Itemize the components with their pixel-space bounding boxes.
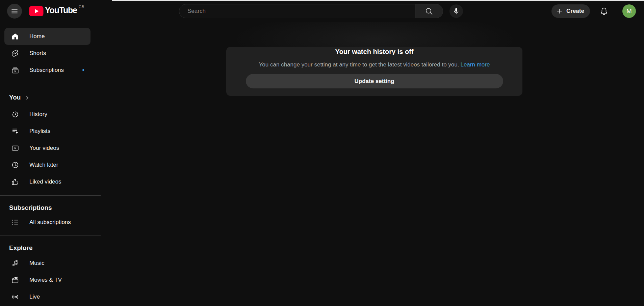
chevron-right-icon — [24, 94, 30, 101]
sidebar-item-label: All subscriptions — [29, 219, 71, 226]
youtube-logo[interactable]: YouTube GB — [29, 5, 84, 16]
plus-icon — [556, 7, 563, 15]
sidebar-item-liked-videos[interactable]: Liked videos — [4, 173, 91, 190]
explore-section-label: Explore — [9, 244, 33, 252]
playlists-icon — [11, 127, 19, 135]
history-icon — [11, 110, 19, 118]
sidebar-item-shorts[interactable]: Shorts — [4, 45, 91, 62]
sidebar-item-label: Your videos — [29, 145, 59, 151]
sidebar-item-label: Movies & TV — [29, 277, 62, 283]
country-code-badge: GB — [79, 5, 84, 9]
sidebar-item-label: Subscriptions — [29, 67, 64, 74]
card-description: You can change your setting at any time … — [226, 61, 522, 68]
sidebar-item-label: Home — [29, 33, 45, 40]
search-field — [179, 4, 415, 18]
explore-section-header: Explore — [0, 244, 101, 252]
sidebar-item-movies-tv[interactable]: Movies & TV — [4, 272, 91, 288]
sidebar-item-label: Live — [29, 294, 40, 300]
bell-icon — [599, 7, 609, 16]
card-description-text: You can change your setting at any time … — [259, 61, 459, 68]
sidebar-divider — [0, 195, 101, 196]
hamburger-menu-button[interactable] — [7, 4, 22, 19]
mic-icon — [452, 7, 460, 15]
sidebar-item-your-videos[interactable]: Your videos — [4, 140, 91, 157]
sidebar-item-label: Liked videos — [29, 178, 61, 185]
sidebar-item-all-subscriptions[interactable]: All subscriptions — [4, 214, 91, 231]
subscriptions-section-label: Subscriptions — [9, 204, 52, 212]
sidebar-divider — [0, 235, 101, 235]
sidebar-item-playlists[interactable]: Playlists — [4, 123, 91, 140]
subscriptions-icon — [11, 66, 19, 74]
update-setting-button[interactable]: Update setting — [246, 74, 503, 88]
sidebar-item-watch-later[interactable]: Watch later — [4, 157, 91, 173]
sidebar-item-music[interactable]: Music — [4, 255, 91, 272]
watch-later-icon — [11, 161, 19, 169]
movies-icon — [11, 276, 19, 284]
all-subscriptions-icon — [11, 218, 19, 226]
avatar-letter: M — [626, 7, 632, 15]
search-icon — [425, 7, 433, 16]
you-section-label: You — [9, 94, 21, 101]
topbar: YouTube GB Create — [0, 0, 644, 22]
logo-wordmark: YouTube — [45, 5, 77, 16]
liked-videos-icon — [11, 178, 19, 186]
sidebar-divider — [4, 84, 96, 84]
learn-more-link[interactable]: Learn more — [460, 61, 490, 68]
search-bar — [179, 4, 443, 18]
shorts-icon — [11, 49, 19, 57]
subscriptions-section-header: Subscriptions — [0, 203, 101, 212]
your-videos-icon — [11, 144, 19, 152]
live-icon — [11, 293, 19, 301]
youtube-play-icon — [29, 6, 44, 16]
watch-history-card: Your watch history is off You can change… — [226, 47, 522, 96]
sidebar-item-subscriptions[interactable]: Subscriptions — [4, 62, 91, 79]
card-title: Your watch history is off — [226, 48, 522, 55]
search-input[interactable] — [187, 8, 404, 15]
sidebar: Home Shorts Subscriptions You — [0, 22, 101, 306]
sidebar-item-label: Watch later — [29, 162, 58, 168]
voice-search-button[interactable] — [449, 4, 463, 18]
menu-icon — [10, 7, 19, 16]
sidebar-item-label: Playlists — [29, 128, 50, 135]
sidebar-item-label: Shorts — [29, 50, 46, 57]
new-content-dot — [82, 69, 84, 71]
sidebar-item-label: Music — [29, 260, 44, 267]
create-button[interactable]: Create — [551, 4, 590, 18]
home-icon — [11, 32, 19, 40]
create-label: Create — [566, 8, 584, 15]
sidebar-item-live[interactable]: Live — [4, 288, 91, 305]
notifications-button[interactable] — [597, 4, 611, 18]
search-button[interactable] — [415, 4, 443, 18]
sidebar-item-label: History — [29, 111, 47, 118]
account-avatar[interactable]: M — [622, 4, 636, 18]
you-section-header[interactable]: You — [0, 93, 101, 102]
sidebar-item-history[interactable]: History — [4, 106, 91, 123]
music-icon — [11, 259, 19, 267]
browser-page-top-edge — [112, 0, 644, 1]
sidebar-item-home[interactable]: Home — [4, 28, 91, 45]
